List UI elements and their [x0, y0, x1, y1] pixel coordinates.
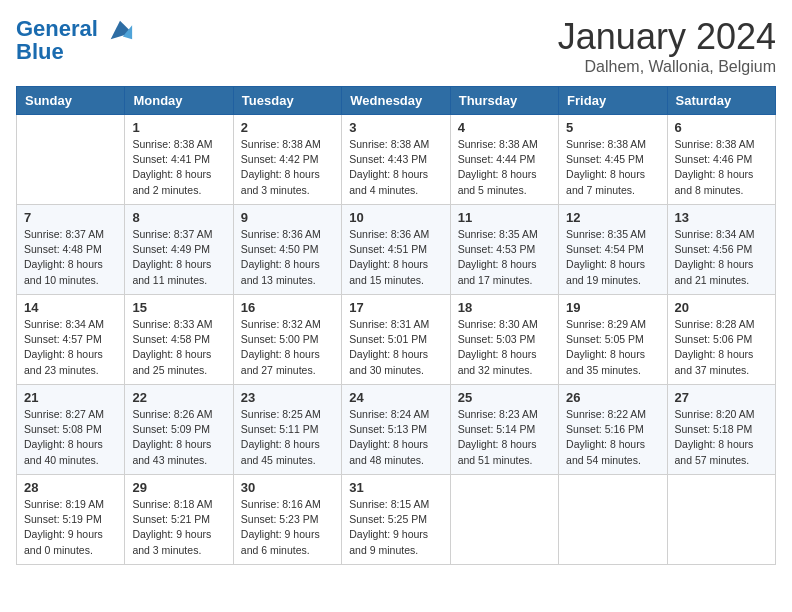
- calendar-cell: 20Sunrise: 8:28 AMSunset: 5:06 PMDayligh…: [667, 295, 775, 385]
- day-number: 21: [24, 390, 117, 405]
- day-info: Sunrise: 8:38 AMSunset: 4:44 PMDaylight:…: [458, 137, 551, 198]
- calendar-cell: 23Sunrise: 8:25 AMSunset: 5:11 PMDayligh…: [233, 385, 341, 475]
- calendar-cell: [559, 475, 667, 565]
- day-info: Sunrise: 8:38 AMSunset: 4:42 PMDaylight:…: [241, 137, 334, 198]
- day-info: Sunrise: 8:29 AMSunset: 5:05 PMDaylight:…: [566, 317, 659, 378]
- day-number: 26: [566, 390, 659, 405]
- weekday-header-saturday: Saturday: [667, 87, 775, 115]
- calendar-cell: 10Sunrise: 8:36 AMSunset: 4:51 PMDayligh…: [342, 205, 450, 295]
- day-info: Sunrise: 8:37 AMSunset: 4:49 PMDaylight:…: [132, 227, 225, 288]
- day-number: 3: [349, 120, 442, 135]
- calendar-cell: 27Sunrise: 8:20 AMSunset: 5:18 PMDayligh…: [667, 385, 775, 475]
- day-info: Sunrise: 8:20 AMSunset: 5:18 PMDaylight:…: [675, 407, 768, 468]
- week-row-2: 7Sunrise: 8:37 AMSunset: 4:48 PMDaylight…: [17, 205, 776, 295]
- day-number: 18: [458, 300, 551, 315]
- calendar-cell: 6Sunrise: 8:38 AMSunset: 4:46 PMDaylight…: [667, 115, 775, 205]
- day-info: Sunrise: 8:19 AMSunset: 5:19 PMDaylight:…: [24, 497, 117, 558]
- calendar-cell: 9Sunrise: 8:36 AMSunset: 4:50 PMDaylight…: [233, 205, 341, 295]
- day-info: Sunrise: 8:35 AMSunset: 4:53 PMDaylight:…: [458, 227, 551, 288]
- day-number: 23: [241, 390, 334, 405]
- day-number: 13: [675, 210, 768, 225]
- weekday-header-thursday: Thursday: [450, 87, 558, 115]
- day-info: Sunrise: 8:35 AMSunset: 4:54 PMDaylight:…: [566, 227, 659, 288]
- calendar-cell: [450, 475, 558, 565]
- day-number: 19: [566, 300, 659, 315]
- calendar-cell: 5Sunrise: 8:38 AMSunset: 4:45 PMDaylight…: [559, 115, 667, 205]
- calendar-cell: 17Sunrise: 8:31 AMSunset: 5:01 PMDayligh…: [342, 295, 450, 385]
- day-number: 10: [349, 210, 442, 225]
- day-info: Sunrise: 8:22 AMSunset: 5:16 PMDaylight:…: [566, 407, 659, 468]
- day-info: Sunrise: 8:30 AMSunset: 5:03 PMDaylight:…: [458, 317, 551, 378]
- day-info: Sunrise: 8:34 AMSunset: 4:56 PMDaylight:…: [675, 227, 768, 288]
- day-number: 16: [241, 300, 334, 315]
- day-info: Sunrise: 8:32 AMSunset: 5:00 PMDaylight:…: [241, 317, 334, 378]
- day-info: Sunrise: 8:28 AMSunset: 5:06 PMDaylight:…: [675, 317, 768, 378]
- day-info: Sunrise: 8:24 AMSunset: 5:13 PMDaylight:…: [349, 407, 442, 468]
- weekday-header-monday: Monday: [125, 87, 233, 115]
- calendar-cell: 15Sunrise: 8:33 AMSunset: 4:58 PMDayligh…: [125, 295, 233, 385]
- day-info: Sunrise: 8:38 AMSunset: 4:43 PMDaylight:…: [349, 137, 442, 198]
- day-info: Sunrise: 8:15 AMSunset: 5:25 PMDaylight:…: [349, 497, 442, 558]
- calendar-cell: 18Sunrise: 8:30 AMSunset: 5:03 PMDayligh…: [450, 295, 558, 385]
- day-number: 9: [241, 210, 334, 225]
- calendar-cell: 29Sunrise: 8:18 AMSunset: 5:21 PMDayligh…: [125, 475, 233, 565]
- calendar-cell: 7Sunrise: 8:37 AMSunset: 4:48 PMDaylight…: [17, 205, 125, 295]
- day-number: 11: [458, 210, 551, 225]
- week-row-1: 1Sunrise: 8:38 AMSunset: 4:41 PMDaylight…: [17, 115, 776, 205]
- day-info: Sunrise: 8:27 AMSunset: 5:08 PMDaylight:…: [24, 407, 117, 468]
- logo: General Blue: [16, 16, 134, 64]
- day-number: 4: [458, 120, 551, 135]
- calendar-cell: 22Sunrise: 8:26 AMSunset: 5:09 PMDayligh…: [125, 385, 233, 475]
- calendar-cell: 31Sunrise: 8:15 AMSunset: 5:25 PMDayligh…: [342, 475, 450, 565]
- day-info: Sunrise: 8:36 AMSunset: 4:50 PMDaylight:…: [241, 227, 334, 288]
- day-info: Sunrise: 8:18 AMSunset: 5:21 PMDaylight:…: [132, 497, 225, 558]
- day-number: 17: [349, 300, 442, 315]
- day-number: 15: [132, 300, 225, 315]
- calendar-cell: 26Sunrise: 8:22 AMSunset: 5:16 PMDayligh…: [559, 385, 667, 475]
- month-title: January 2024: [558, 16, 776, 58]
- day-number: 2: [241, 120, 334, 135]
- day-number: 28: [24, 480, 117, 495]
- day-info: Sunrise: 8:16 AMSunset: 5:23 PMDaylight:…: [241, 497, 334, 558]
- weekday-header-wednesday: Wednesday: [342, 87, 450, 115]
- calendar-cell: 12Sunrise: 8:35 AMSunset: 4:54 PMDayligh…: [559, 205, 667, 295]
- day-info: Sunrise: 8:36 AMSunset: 4:51 PMDaylight:…: [349, 227, 442, 288]
- calendar-cell: 4Sunrise: 8:38 AMSunset: 4:44 PMDaylight…: [450, 115, 558, 205]
- calendar-cell: 3Sunrise: 8:38 AMSunset: 4:43 PMDaylight…: [342, 115, 450, 205]
- day-info: Sunrise: 8:37 AMSunset: 4:48 PMDaylight:…: [24, 227, 117, 288]
- weekday-header-tuesday: Tuesday: [233, 87, 341, 115]
- day-number: 31: [349, 480, 442, 495]
- day-info: Sunrise: 8:33 AMSunset: 4:58 PMDaylight:…: [132, 317, 225, 378]
- calendar-cell: 13Sunrise: 8:34 AMSunset: 4:56 PMDayligh…: [667, 205, 775, 295]
- weekday-header-friday: Friday: [559, 87, 667, 115]
- day-number: 24: [349, 390, 442, 405]
- day-number: 7: [24, 210, 117, 225]
- day-number: 6: [675, 120, 768, 135]
- calendar-cell: 21Sunrise: 8:27 AMSunset: 5:08 PMDayligh…: [17, 385, 125, 475]
- day-info: Sunrise: 8:31 AMSunset: 5:01 PMDaylight:…: [349, 317, 442, 378]
- calendar-table: SundayMondayTuesdayWednesdayThursdayFrid…: [16, 86, 776, 565]
- calendar-cell: [17, 115, 125, 205]
- calendar-cell: 28Sunrise: 8:19 AMSunset: 5:19 PMDayligh…: [17, 475, 125, 565]
- day-info: Sunrise: 8:23 AMSunset: 5:14 PMDaylight:…: [458, 407, 551, 468]
- location-title: Dalhem, Wallonia, Belgium: [558, 58, 776, 76]
- day-number: 12: [566, 210, 659, 225]
- day-info: Sunrise: 8:38 AMSunset: 4:46 PMDaylight:…: [675, 137, 768, 198]
- day-number: 22: [132, 390, 225, 405]
- day-info: Sunrise: 8:26 AMSunset: 5:09 PMDaylight:…: [132, 407, 225, 468]
- calendar-cell: 30Sunrise: 8:16 AMSunset: 5:23 PMDayligh…: [233, 475, 341, 565]
- day-info: Sunrise: 8:38 AMSunset: 4:41 PMDaylight:…: [132, 137, 225, 198]
- calendar-cell: 14Sunrise: 8:34 AMSunset: 4:57 PMDayligh…: [17, 295, 125, 385]
- day-number: 27: [675, 390, 768, 405]
- day-number: 29: [132, 480, 225, 495]
- day-number: 14: [24, 300, 117, 315]
- title-block: January 2024 Dalhem, Wallonia, Belgium: [558, 16, 776, 76]
- calendar-cell: 2Sunrise: 8:38 AMSunset: 4:42 PMDaylight…: [233, 115, 341, 205]
- calendar-cell: 19Sunrise: 8:29 AMSunset: 5:05 PMDayligh…: [559, 295, 667, 385]
- calendar-cell: 11Sunrise: 8:35 AMSunset: 4:53 PMDayligh…: [450, 205, 558, 295]
- calendar-cell: 8Sunrise: 8:37 AMSunset: 4:49 PMDaylight…: [125, 205, 233, 295]
- weekday-header-sunday: Sunday: [17, 87, 125, 115]
- day-number: 5: [566, 120, 659, 135]
- day-number: 20: [675, 300, 768, 315]
- calendar-cell: 16Sunrise: 8:32 AMSunset: 5:00 PMDayligh…: [233, 295, 341, 385]
